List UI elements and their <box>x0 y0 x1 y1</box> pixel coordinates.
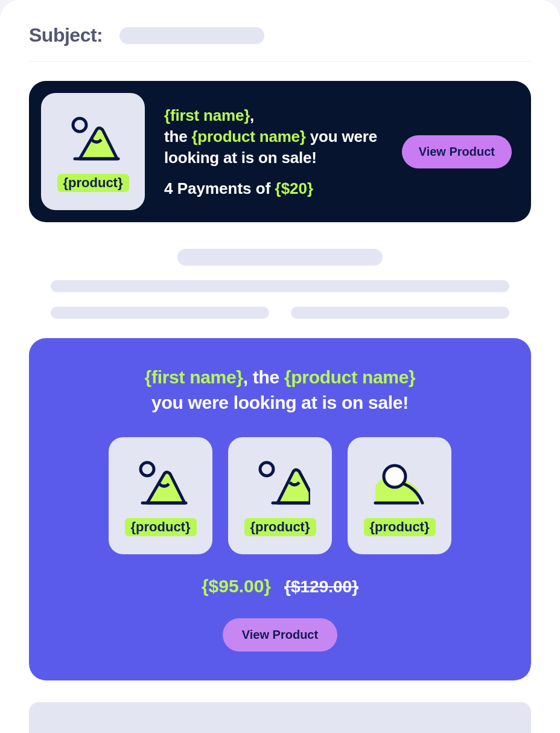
view-product-button[interactable]: View Product <box>402 135 512 168</box>
hero-dark-text: {first name}, the {product name} you wer… <box>164 105 383 198</box>
svg-point-2 <box>141 463 154 476</box>
product-tile-1: {product} <box>109 437 212 554</box>
payments-amount: {$20} <box>275 179 314 197</box>
product-tile: {product} <box>41 93 145 210</box>
subject-placeholder <box>119 27 264 44</box>
image-placeholder-icon <box>60 111 126 167</box>
product-badge: {product} <box>57 174 129 192</box>
first-name-token: {first name} <box>145 367 243 387</box>
hero-purple-card: {first name}, the {product name} you wer… <box>29 338 531 680</box>
product-tile-2: {product} <box>228 437 332 554</box>
image-placeholder-icon <box>128 455 193 511</box>
subject-row: Subject: <box>29 24 531 62</box>
headline-text-1: , <box>250 106 254 124</box>
product-tiles-row: {product} {product} <box>109 437 451 554</box>
headline-text-2: the <box>164 127 191 146</box>
hero-purple-headline: {first name}, the {product name} you wer… <box>145 365 416 415</box>
price-now: {$95.00} <box>202 576 271 597</box>
footer-placeholder <box>29 702 531 733</box>
product-badge: {product} <box>125 518 197 536</box>
product-name-token: {product name} <box>284 367 416 387</box>
headline-suffix: you were looking at is on sale! <box>151 392 409 412</box>
placeholder-line-1 <box>51 280 509 292</box>
headline-middle: , the <box>243 367 284 387</box>
price-was: {$129.00} <box>284 577 358 597</box>
product-badge: {product} <box>244 518 316 536</box>
subject-label: Subject: <box>29 24 103 46</box>
hero-dark-headline: {first name}, the {product name} you wer… <box>164 105 383 168</box>
image-placeholder-icon <box>367 455 432 511</box>
view-product-button[interactable]: View Product <box>223 618 337 651</box>
payments-line: 4 Payments of {$20} <box>164 179 383 198</box>
email-template-preview: Subject: {product} {first name}, the {pr… <box>0 0 560 733</box>
payments-prefix: 4 Payments of <box>164 179 275 197</box>
product-name-token: {product name} <box>191 127 305 146</box>
svg-point-0 <box>73 118 86 132</box>
first-name-token: {first name} <box>164 106 250 124</box>
product-badge: {product} <box>364 518 436 536</box>
product-tile-3: {product} <box>348 437 451 554</box>
placeholder-text-block <box>29 242 531 319</box>
svg-point-4 <box>260 463 273 476</box>
image-placeholder-icon <box>247 455 313 511</box>
prices: {$95.00} {$129.00} <box>202 576 358 597</box>
placeholder-line-2a <box>51 307 269 319</box>
hero-dark-card: {product} {first name}, the {product nam… <box>29 81 531 222</box>
placeholder-heading <box>177 249 383 266</box>
placeholder-line-2b <box>291 307 509 319</box>
